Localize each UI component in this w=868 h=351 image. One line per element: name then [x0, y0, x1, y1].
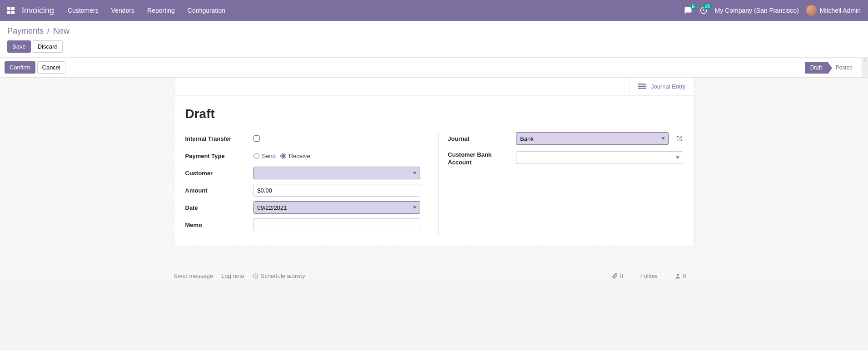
followers-count[interactable]: 0	[675, 272, 686, 279]
date-select[interactable]	[253, 201, 421, 214]
external-link-icon[interactable]	[676, 135, 683, 142]
cancel-button[interactable]: Cancel	[37, 61, 65, 74]
messages-badge: 5	[690, 4, 697, 10]
confirm-button[interactable]: Confirm	[5, 61, 35, 74]
stage-posted[interactable]: Posted	[828, 62, 858, 74]
radio-receive-input[interactable]	[280, 153, 286, 159]
paperclip-icon	[611, 273, 618, 279]
nav-customers[interactable]: Customers	[68, 7, 99, 14]
app-brand[interactable]: Invoicing	[22, 6, 54, 15]
scrollbar[interactable]	[862, 58, 868, 77]
schedule-activity-action[interactable]: Schedule activity	[253, 272, 305, 279]
customer-bank-label: Customer Bank Account	[448, 151, 516, 167]
svg-rect-2	[638, 85, 646, 86]
date-label: Date	[185, 204, 253, 211]
breadcrumb-current: New	[53, 26, 69, 35]
customer-bank-select[interactable]	[516, 151, 683, 164]
amount-label: Amount	[185, 187, 253, 194]
internal-transfer-checkbox[interactable]	[253, 135, 260, 142]
journal-select[interactable]	[516, 132, 669, 145]
bars-icon	[638, 84, 646, 90]
activities-badge: 21	[703, 4, 712, 10]
control-panel: Payments / New Save Discard	[0, 21, 868, 58]
save-button[interactable]: Save	[7, 40, 31, 53]
journal-entry-button[interactable]: Journal Entry	[630, 78, 694, 95]
form-left-column: Internal Transfer Payment Type Send	[185, 132, 439, 236]
customer-bank-input[interactable]	[516, 151, 683, 164]
send-message-action[interactable]: Send message	[174, 272, 213, 279]
avatar	[806, 5, 817, 16]
form-right-column: Journal Customer Bank Ac	[439, 132, 683, 236]
chatter: Send message Log note Schedule activity …	[169, 272, 700, 279]
svg-point-5	[677, 274, 679, 276]
nav-reporting[interactable]: Reporting	[147, 7, 175, 14]
memo-input[interactable]	[253, 218, 421, 231]
attachments-count[interactable]: 0	[611, 272, 623, 279]
user-menu[interactable]: Mitchell Admin	[806, 5, 861, 16]
navbar-menu: Customers Vendors Reporting Configuratio…	[68, 7, 225, 14]
apps-icon[interactable]	[7, 7, 15, 14]
amount-input[interactable]	[253, 184, 421, 197]
customer-label: Customer	[185, 170, 253, 177]
memo-label: Memo	[185, 222, 253, 228]
follow-button[interactable]: Follow	[640, 272, 658, 279]
journal-entry-label: Journal Entry	[651, 83, 686, 90]
discard-button[interactable]: Discard	[33, 40, 63, 53]
breadcrumb: Payments / New	[7, 26, 861, 36]
messages-icon[interactable]: 5	[684, 6, 692, 15]
svg-rect-1	[638, 84, 646, 84]
nav-configuration[interactable]: Configuration	[188, 7, 225, 14]
date-input[interactable]	[253, 201, 421, 214]
radio-send[interactable]: Send	[253, 153, 276, 159]
journal-input[interactable]	[516, 132, 669, 145]
customer-input[interactable]	[253, 167, 421, 179]
radio-send-input[interactable]	[253, 153, 259, 159]
clock-icon	[253, 273, 259, 279]
status-bar: Draft Posted	[805, 58, 862, 77]
journal-label: Journal	[448, 135, 516, 142]
status-row: Confirm Cancel Draft Posted	[0, 58, 868, 78]
user-name: Mitchell Admin	[820, 7, 861, 14]
user-icon	[675, 273, 681, 279]
breadcrumb-root[interactable]: Payments	[7, 26, 44, 35]
page-title: Draft	[185, 107, 683, 121]
top-navbar: Invoicing Customers Vendors Reporting Co…	[0, 0, 868, 21]
activities-icon[interactable]: 21	[699, 6, 708, 15]
company-switcher[interactable]: My Company (San Francisco)	[715, 7, 799, 14]
log-note-action[interactable]: Log note	[221, 272, 244, 279]
payment-type-label: Payment Type	[185, 153, 253, 159]
stage-draft[interactable]: Draft	[805, 62, 828, 74]
customer-select[interactable]	[253, 167, 421, 179]
radio-receive[interactable]: Receive	[280, 153, 310, 159]
svg-rect-3	[638, 88, 646, 89]
form-sheet: Journal Entry Draft Internal Transfer	[174, 77, 694, 247]
internal-transfer-label: Internal Transfer	[185, 135, 253, 142]
nav-vendors[interactable]: Vendors	[111, 7, 134, 14]
